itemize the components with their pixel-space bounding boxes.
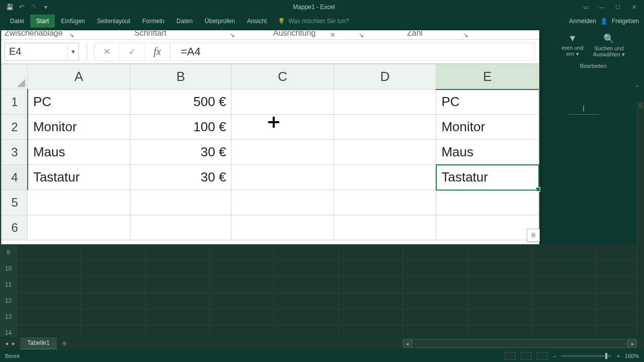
cell-A6[interactable] [28, 215, 130, 240]
bg-cell[interactable] [468, 260, 532, 276]
name-box[interactable]: E4 ▼ [5, 43, 79, 61]
row-header-5[interactable]: 5 [2, 190, 28, 215]
tab-ansicht[interactable]: Ansicht [241, 15, 273, 28]
qat-dropdown-icon[interactable]: ▾ [42, 4, 49, 11]
autofill-options-button[interactable]: ⎘ [527, 229, 540, 242]
add-sheet-button[interactable]: ⊕ [57, 340, 72, 347]
cell-E6[interactable] [436, 215, 539, 240]
bg-cell[interactable] [17, 293, 82, 308]
bg-cell[interactable] [82, 309, 146, 324]
worksheet-grid[interactable]: A B C D E 1 PC 500 € PC 2 Monitor 100 € [2, 64, 539, 244]
bg-cell[interactable] [532, 277, 597, 292]
col-header-D[interactable]: D [334, 64, 436, 89]
bg-cell[interactable] [17, 277, 82, 292]
bg-cell[interactable] [532, 260, 597, 276]
cell-D5[interactable] [334, 190, 436, 215]
collapse-ribbon-icon[interactable]: ˄ [635, 84, 639, 93]
cell-B1[interactable]: 500 € [130, 89, 231, 115]
bg-cell[interactable] [468, 244, 532, 260]
cell-E5[interactable] [436, 190, 539, 215]
bg-cell[interactable] [210, 293, 275, 308]
bg-cell[interactable] [146, 309, 210, 324]
bg-cell[interactable] [404, 293, 468, 308]
cell-A5[interactable] [28, 190, 130, 215]
zoom-level[interactable]: 160% [625, 353, 639, 359]
view-page-layout-icon[interactable] [521, 352, 532, 360]
cell-C2[interactable] [231, 115, 334, 140]
col-header-E[interactable]: E [436, 64, 539, 89]
bg-cell[interactable] [146, 260, 210, 276]
horizontal-scrollbar[interactable] [412, 339, 628, 348]
tab-seitenlayout[interactable]: Seitenlayout [91, 15, 136, 28]
cell-A1[interactable]: PC [28, 89, 130, 115]
cell-B3[interactable]: 30 € [130, 140, 231, 165]
bg-cell[interactable] [210, 277, 275, 292]
cell-E3[interactable]: Maus [436, 140, 539, 165]
row-header-3[interactable]: 3 [2, 140, 28, 165]
row-header-1[interactable]: 1 [2, 89, 28, 115]
bg-cell[interactable] [210, 244, 275, 260]
wrap-text-icon[interactable]: ≡ [331, 31, 335, 39]
cell-E1[interactable]: PC [436, 89, 539, 115]
col-header-B[interactable]: B [130, 64, 231, 89]
bg-row-header[interactable]: 9 [0, 244, 17, 260]
dialog-launcher-icon[interactable]: ↘ [69, 32, 74, 39]
bg-row[interactable]: 13 [0, 309, 637, 325]
view-normal-icon[interactable] [505, 352, 516, 360]
background-grid[interactable]: 91011121314 [0, 244, 637, 336]
bg-cell[interactable] [468, 293, 532, 308]
bg-cell[interactable] [82, 244, 146, 260]
cell-A2[interactable]: Monitor [28, 115, 130, 140]
find-select-icon[interactable]: 🔍 [593, 33, 625, 44]
col-header-A[interactable]: A [28, 64, 130, 89]
bg-cell[interactable] [146, 293, 210, 308]
row-header-6[interactable]: 6 [2, 215, 28, 240]
bg-row[interactable]: 12 [0, 293, 637, 309]
sheet-nav-first-icon[interactable]: ◂ [5, 340, 8, 347]
tab-formeln[interactable]: Formeln [136, 15, 171, 28]
bg-cell[interactable] [468, 277, 532, 292]
cell-D2[interactable] [334, 115, 436, 140]
cell-B5[interactable] [130, 190, 231, 215]
bg-cell[interactable] [532, 244, 597, 260]
close-icon[interactable]: ✕ [627, 2, 641, 12]
dialog-launcher-icon[interactable]: ↘ [463, 32, 468, 39]
tab-einfuegen[interactable]: Einfügen [55, 15, 91, 28]
name-box-dropdown-icon[interactable]: ▼ [67, 43, 78, 60]
share-button[interactable]: Freigeben [612, 18, 639, 25]
cell-C3[interactable] [231, 140, 334, 165]
cell-D6[interactable] [334, 215, 436, 240]
bg-cell[interactable] [275, 260, 339, 276]
row-header-4[interactable]: 4 [2, 165, 28, 190]
cell-C5[interactable] [231, 190, 334, 215]
cell-C1[interactable] [231, 89, 334, 115]
bg-cell[interactable] [82, 293, 146, 308]
bg-cell[interactable] [404, 277, 468, 292]
bg-cell[interactable] [339, 309, 404, 324]
bg-row-header[interactable]: 10 [0, 260, 17, 276]
tab-daten[interactable]: Daten [171, 15, 199, 28]
tell-me-search[interactable]: 💡 Was möchten Sie tun? [273, 18, 349, 25]
bg-cell[interactable] [339, 277, 404, 292]
cell-B4[interactable]: 30 € [130, 165, 231, 190]
sort-filter-icon[interactable]: ▼ [561, 33, 583, 44]
bg-cell[interactable] [404, 244, 468, 260]
cell-E4[interactable]: Tastatur [436, 165, 539, 190]
bg-cell[interactable] [17, 309, 82, 324]
sign-in-link[interactable]: Anmelden [569, 18, 596, 25]
hscroll-left-icon[interactable]: ◂ [403, 339, 412, 348]
bg-row[interactable]: 9 [0, 244, 637, 260]
row-header-2[interactable]: 2 [2, 115, 28, 140]
bg-cell[interactable] [17, 260, 82, 276]
bg-cell[interactable] [275, 309, 339, 324]
col-header-C[interactable]: C [231, 64, 334, 89]
vertical-scrollbar[interactable] [637, 101, 644, 336]
cell-E2[interactable]: Monitor [436, 115, 539, 140]
bg-cell[interactable] [210, 260, 275, 276]
zoom-out-button[interactable]: – [553, 353, 556, 359]
bg-row[interactable]: 11 [0, 277, 637, 293]
cell-C4[interactable] [231, 165, 334, 190]
bg-cell[interactable] [339, 260, 404, 276]
bg-cell[interactable] [146, 277, 210, 292]
cell-C6[interactable] [231, 215, 334, 240]
